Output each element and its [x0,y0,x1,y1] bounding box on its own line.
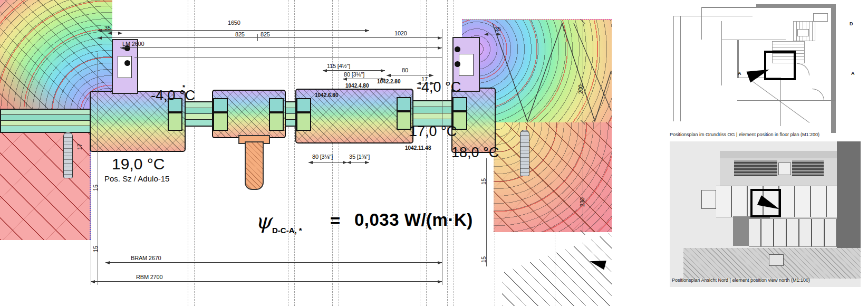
plan-wall [701,7,756,8]
dim-line-lm2600 [120,47,442,48]
dim-line-35-right [484,34,501,34]
plan-door-arc [812,89,824,101]
floor-plan-caption: Positionsplan im Grundriss OG | element … [670,132,819,137]
anchor-bolt [63,132,73,178]
psi-value: 0,033 W/(m·K) [354,210,473,230]
profile-code: 1042.6.80 [315,93,339,98]
dim-label-15-d: 15 [481,256,487,263]
dim-label-lm2600: LM 2600 [122,41,144,47]
dim-label-35-left: 35 [104,25,111,31]
section-letter-d: D [850,21,853,26]
psi-subscript: D-C-A, * [272,226,302,235]
dim-label-bram: BRAM 2670 [131,255,161,261]
break-line [447,0,448,306]
frame-assembly-sliding-door [295,89,413,144]
dim-label-15-b: 15 [93,246,99,252]
break-line [420,0,420,306]
extension-line [134,57,442,58]
elevation-basement-window [769,254,784,266]
dim-label-825-right: 825 [261,32,270,37]
break-line [332,0,333,306]
plan-wall [701,7,702,40]
dim-label-17-left: 17 [77,144,83,150]
dim-label-15-c: 15 [481,178,487,185]
position-label: Pos. Sz / Adulo-15 [104,174,169,183]
temp-label-surface-mid: 17,0 °C [409,125,457,139]
elevation-caption: Positionsplan Ansicht Nord | element pos… [672,278,810,283]
plan-wall [756,4,836,8]
glazing-unit [0,109,96,133]
dim-label-35-right: 35 [495,26,501,32]
dim-label-200: 200 [578,84,584,94]
drainage-stub [245,141,264,190]
psi-equals: = [330,211,340,231]
dim-label-115: 115 [4½"] [327,63,350,69]
dim-label-35-lower: 35 [1⅜"] [349,154,370,160]
psi-symbol: ψ [255,209,272,233]
extension-line [486,158,487,266]
glazing-unit [410,100,455,127]
extension-line [442,29,442,285]
dim-line-rbm [91,281,442,282]
screw-head-icon [455,61,460,67]
temp-label-outside-left: -4,0 °C [151,89,195,103]
dim-label-1020: 1020 [394,31,407,36]
dim-label-80-bracket: 80 [3⅛"] [344,72,364,78]
plan-fixture [797,29,809,36]
masonry-wall-right [494,122,612,232]
temp-label-surface-right: 18,0 °C [451,146,499,160]
plan-wall [831,5,836,133]
dim-label-1650: 1650 [228,20,240,26]
glazing-pocket [296,98,311,131]
profile-code: 1042.4.80 [345,83,369,89]
elevation-roof-band [720,151,837,159]
plan-wall [721,21,722,85]
section-letter-a-right: A [851,71,855,76]
dim-line-115 [323,70,385,71]
section-letter-a-left: A [738,71,741,76]
plan-door-arc [797,63,809,75]
temp-label-outside-right: -4,0 °C [417,80,461,94]
dim-line-825-1020 [98,37,442,38]
dim-line-bram [105,262,442,263]
glazing-pocket [269,98,284,131]
break-line [339,0,339,306]
temp-note-asterisk: * [182,83,185,91]
dim-label-15-a: 15 [93,185,99,191]
temp-label-inside: 19,0 °C [112,156,165,172]
dim-tick [257,34,258,41]
plan-wall [673,16,674,121]
dim-line-80 [387,75,433,75]
break-line [426,0,427,306]
dim-label-825-left: 825 [235,32,245,37]
plan-fixture [813,13,828,22]
hatched-zone-bottom-right [502,232,612,306]
plan-ramp-line [749,79,809,123]
profile-code: 1042.11.48 [405,146,431,151]
dim-line-35-left [108,33,122,33]
anchor-bolt [520,130,529,176]
dim-label-80-lower: 80 [3⅛"] [312,154,333,160]
dim-line-80-lower [308,162,347,162]
glazing-pocket [213,98,228,131]
dim-label-230: 230 [580,197,585,207]
elevation-lower-window-band [749,218,837,247]
break-line [555,232,555,306]
extension-line [91,132,91,285]
plan-wall [721,40,786,40]
break-line [194,0,195,306]
break-line [294,0,295,306]
elevation-small-window [778,162,791,175]
break-line [188,0,188,306]
plan-wall [680,16,681,121]
elevation-louver-window [734,160,777,176]
screw-head-icon [124,60,130,66]
elevation-side-window [701,190,716,209]
profile-code: 1042.2.80 [377,79,401,84]
break-line [288,0,288,306]
elevation-panel: Positionsplan Ansicht Nord | element pos… [670,141,861,287]
dim-label-rbm: RBM 2700 [136,274,162,280]
glazing-unit [182,101,215,127]
thermal-bridge-detail-sheet: 1650 825 825 1020 LM 2600 35 35 115 [4½"… [0,0,868,306]
floor-plan-panel: A A D Positionsplan im Grundriss OG | el… [639,0,868,140]
